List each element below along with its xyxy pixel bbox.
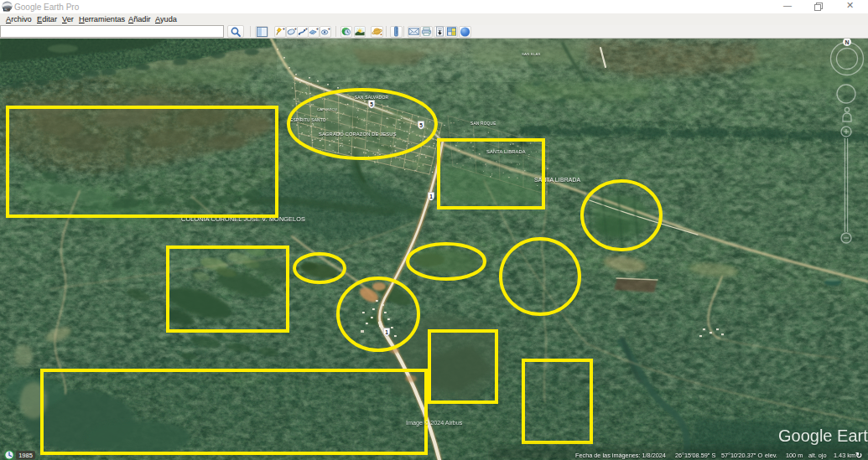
- svg-text:N: N: [845, 39, 849, 45]
- svg-text:CAPOVICU: CAPOVICU: [317, 107, 337, 111]
- svg-text:+: +: [328, 26, 330, 31]
- svg-text:↻: ↻: [855, 451, 862, 460]
- svg-text:1: 1: [385, 329, 388, 335]
- svg-text:1.43 km: 1.43 km: [834, 452, 855, 459]
- svg-text:elev.: elev.: [765, 452, 777, 459]
- svg-text:alt. ojo: alt. ojo: [808, 452, 827, 459]
- svg-text:Google Earth: Google Earth: [778, 426, 868, 445]
- svg-text:26°15′08.59″ S: 26°15′08.59″ S: [675, 452, 715, 459]
- svg-text:ESPIRITU SANTO: ESPIRITU SANTO: [290, 118, 326, 122]
- svg-text:PRO: PRO: [4, 8, 9, 12]
- svg-text:1: 1: [429, 194, 433, 199]
- svg-text:SANTA LIBRADA: SANTA LIBRADA: [486, 149, 526, 154]
- svg-text:1985: 1985: [18, 452, 33, 459]
- svg-text:57°10′20.37″ O: 57°10′20.37″ O: [721, 452, 762, 459]
- svg-text:5: 5: [419, 122, 423, 128]
- svg-text:SAN BLAS: SAN BLAS: [522, 52, 541, 56]
- svg-text:5: 5: [370, 101, 373, 107]
- svg-text:+: +: [316, 26, 319, 31]
- svg-text:SAN ROQUE: SAN ROQUE: [470, 121, 496, 126]
- svg-text:+: +: [283, 26, 285, 31]
- svg-text:SANTA LIBRADA: SANTA LIBRADA: [534, 177, 581, 183]
- svg-text:Image © 2024 Airbus: Image © 2024 Airbus: [406, 419, 463, 426]
- svg-text:SAGRADO CORAZON DE JESUS: SAGRADO CORAZON DE JESUS: [319, 132, 397, 137]
- svg-text:Fecha de las imágenes: 1/8/202: Fecha de las imágenes: 1/8/2024: [575, 452, 666, 459]
- svg-text:100 m: 100 m: [786, 452, 803, 459]
- svg-text:SAN SALVADOR: SAN SALVADOR: [355, 95, 389, 100]
